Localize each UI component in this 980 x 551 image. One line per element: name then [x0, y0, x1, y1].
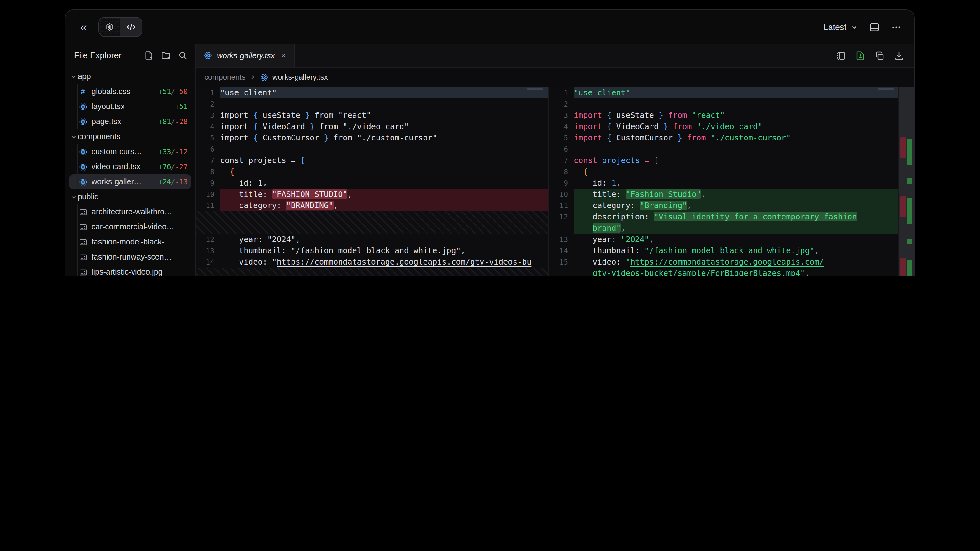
breadcrumb-parent[interactable]: components: [204, 73, 245, 81]
screen: «: [0, 0, 980, 275]
tree-file-video-card.tsx[interactable]: video-card.tsx+76/-27: [69, 159, 191, 174]
minimap-addition-mark: [907, 139, 912, 165]
code-row: 3import { useState } from "react": [196, 110, 548, 121]
react-icon: [78, 148, 88, 156]
code-row: brand",: [549, 222, 899, 234]
code-rows-after: 1"use client"23import { useState } from …: [549, 87, 899, 275]
code-row: 6: [549, 143, 899, 155]
code-row: 13 thumbnail: "/fashion-model-black-and-…: [196, 245, 548, 256]
tree-folder-public[interactable]: public: [69, 189, 191, 204]
app-window: «: [65, 10, 915, 275]
file-explorer-panel: File Explorer: [65, 44, 196, 275]
code-row: 9 id: 1,: [549, 178, 899, 189]
react-icon: [261, 73, 269, 81]
tree-file-globals.css[interactable]: #globals.css+51/-50: [69, 84, 191, 99]
breadcrumb-file[interactable]: works-gallery.tsx: [261, 73, 328, 81]
code-row: 8 {: [549, 166, 899, 178]
code-row: 5import { CustomCursor } from "./custom-…: [549, 132, 899, 143]
file-tree: app#globals.css+51/-50layout.tsx+51page.…: [65, 67, 195, 275]
code-row: 15 video: "https://commondatastorage.goo…: [549, 256, 899, 268]
code-row: 4import { VideoCard } from "./video-card…: [196, 121, 548, 132]
code-row: 2: [549, 98, 899, 110]
code-toggle-button[interactable]: [120, 17, 142, 37]
tree-file-lips-artistic-video.jpg[interactable]: lips-artistic-video.jpg: [69, 265, 191, 275]
image-icon: [78, 208, 88, 216]
tab-works-gallery[interactable]: works-gallery.tsx ×: [196, 44, 295, 67]
file-explorer-title: File Explorer: [74, 51, 122, 60]
minimap-addition-mark: [907, 198, 912, 224]
tab-bar: works-gallery.tsx ×: [196, 44, 914, 68]
diff-stats: +33/-12: [158, 147, 191, 156]
react-icon: [78, 103, 88, 111]
new-folder-button[interactable]: [161, 51, 170, 60]
code-row: 3import { useState } from "react": [549, 110, 899, 121]
editor-actions: [836, 44, 914, 67]
react-icon: [78, 163, 88, 171]
diff-stats: +24/-13: [158, 178, 191, 186]
chevron-right-icon: [250, 74, 256, 80]
tree-file-page.tsx[interactable]: page.tsx+81/-28: [69, 114, 191, 129]
panel-layout-button[interactable]: [869, 22, 880, 32]
code-row: 14 thumbnail: "/fashion-model-black-and-…: [549, 245, 899, 256]
code-row: 12 description: "Visual identity for a c…: [549, 211, 899, 222]
tree-file-architecture-walkthro-[interactable]: architecture-walkthro…: [69, 204, 191, 219]
minimap-addition-mark: [907, 240, 912, 245]
diff-filler-hatch: [196, 268, 548, 275]
version-dropdown[interactable]: Latest: [823, 22, 858, 32]
code-row: 1"use client": [549, 87, 899, 98]
image-icon: [78, 268, 88, 275]
tree-file-works-galler-[interactable]: works-galler…+24/-13: [69, 174, 191, 189]
file-diff-button[interactable]: [855, 51, 865, 60]
search-icon[interactable]: [178, 51, 188, 60]
diff-stats: +81/-28: [158, 117, 191, 126]
code-row: 11 category: "Branding",: [549, 200, 899, 211]
tab-close-icon[interactable]: ×: [281, 51, 286, 60]
tree-folder-app[interactable]: app: [69, 69, 191, 84]
code-row: 7const projects = [: [549, 155, 899, 166]
diff-minimap[interactable]: [899, 87, 914, 275]
breadcrumb: components works-gallery.tsx: [196, 68, 914, 87]
minimap-deletion-mark: [900, 137, 906, 158]
tree-file-fashion-model-black-[interactable]: fashion-model-black-…: [69, 235, 191, 249]
code-row: 4import { VideoCard } from "./video-card…: [549, 121, 899, 132]
breadcrumb-file-label: works-gallery.tsx: [272, 73, 328, 81]
editor-area: works-gallery.tsx ×: [196, 44, 914, 275]
new-file-button[interactable]: [144, 51, 154, 60]
copy-button[interactable]: [875, 51, 885, 60]
code-row: 2: [196, 98, 548, 110]
tree-file-custom-curs-[interactable]: custom-curs…+33/-12: [69, 144, 191, 159]
minimap-addition-mark: [907, 178, 912, 184]
code-row: 9 id: 1,: [196, 178, 548, 189]
diff-stats: +76/-27: [158, 162, 191, 171]
horizontal-scrollbar[interactable]: [527, 88, 543, 90]
tree-file-layout.tsx[interactable]: layout.tsx+51: [69, 99, 191, 114]
split-view-button[interactable]: [836, 51, 846, 60]
code-row: gtv-videos-bucket/sample/ForBiggerBlazes…: [549, 268, 899, 275]
chevron-down-icon: [69, 194, 78, 200]
code-rows-before: 1"use client"23import { useState } from …: [196, 87, 548, 275]
diff-pane-before: 1"use client"23import { useState } from …: [196, 87, 549, 275]
download-button[interactable]: [894, 51, 904, 60]
react-icon: [78, 178, 88, 186]
diff-stats: +51/-50: [158, 87, 191, 96]
minimap-addition-mark: [907, 260, 912, 275]
tree-file-car-commercial-video-[interactable]: car-commercial-video…: [69, 219, 191, 235]
collapse-panel-icon[interactable]: «: [78, 20, 89, 34]
chevron-down-icon: [69, 73, 78, 80]
file-explorer-header: File Explorer: [65, 44, 195, 67]
preview-toggle-button[interactable]: [99, 17, 120, 37]
tree-folder-components[interactable]: components: [69, 129, 191, 144]
tab-label: works-gallery.tsx: [217, 51, 275, 60]
react-icon: [204, 51, 212, 60]
view-mode-toggle: [98, 17, 142, 37]
more-options-button[interactable]: [891, 22, 902, 32]
code-row: 6: [196, 143, 548, 155]
top-bar: «: [65, 10, 914, 44]
horizontal-scrollbar[interactable]: [878, 88, 894, 90]
chevron-down-icon: [851, 24, 858, 30]
css-icon: #: [78, 87, 88, 96]
code-row: 5import { CustomCursor } from "./custom-…: [196, 132, 548, 143]
ellipsis-icon: [891, 22, 902, 32]
tree-file-fashion-runway-scen-[interactable]: fashion-runway-scen…: [69, 249, 191, 265]
main-area: File Explorer: [65, 44, 914, 275]
